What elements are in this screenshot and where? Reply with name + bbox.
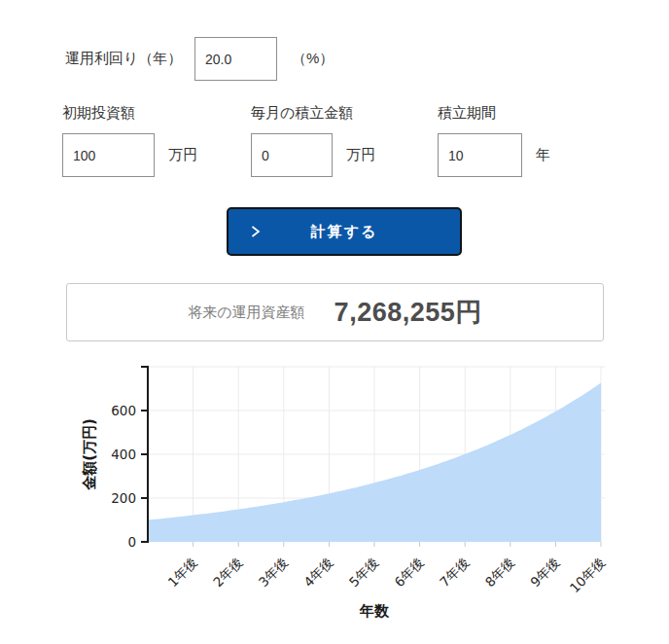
period-unit: 年 — [536, 146, 550, 164]
monthly-contribution-group: 毎月の積立金額 万円 — [251, 104, 375, 177]
monthly-contribution-label: 毎月の積立金額 — [251, 104, 375, 123]
initial-investment-group: 初期投資額 万円 — [62, 104, 197, 177]
svg-text:9年後: 9年後 — [527, 555, 562, 590]
rate-unit: （%） — [292, 50, 334, 68]
result-box: 将来の運用資産額 7,268,255円 — [66, 283, 604, 341]
svg-text:7年後: 7年後 — [437, 555, 472, 590]
svg-text:10年後: 10年後 — [567, 555, 609, 596]
svg-text:600: 600 — [111, 403, 136, 418]
svg-text:金額(万円): 金額(万円) — [81, 418, 98, 491]
calculate-button[interactable]: 計算する — [227, 207, 462, 256]
initial-investment-input[interactable] — [62, 133, 155, 177]
period-input[interactable] — [438, 133, 522, 177]
chart-container: 02004006001年後2年後3年後4年後5年後6年後7年後8年後9年後10年… — [0, 352, 669, 644]
svg-text:2年後: 2年後 — [210, 555, 245, 590]
result-label: 将来の運用資産額 — [188, 304, 304, 322]
monthly-contribution-unit: 万円 — [346, 146, 375, 164]
svg-text:400: 400 — [111, 447, 136, 462]
svg-text:3年後: 3年後 — [255, 555, 290, 590]
svg-text:5年後: 5年後 — [346, 555, 381, 590]
svg-text:0: 0 — [127, 534, 136, 550]
svg-text:1年後: 1年後 — [164, 555, 199, 590]
calculate-button-label: 計算する — [311, 223, 378, 241]
svg-text:8年後: 8年後 — [481, 555, 516, 590]
result-value: 7,268,255円 — [334, 295, 482, 330]
svg-text:4年後: 4年後 — [300, 555, 335, 590]
period-group: 積立期間 年 — [438, 104, 550, 177]
rate-row: 運用利回り（年） （%） — [65, 37, 334, 81]
asset-growth-chart: 02004006001年後2年後3年後4年後5年後6年後7年後8年後9年後10年… — [0, 352, 669, 644]
period-label: 積立期間 — [438, 104, 550, 123]
rate-label: 運用利回り（年） — [65, 50, 194, 68]
svg-text:200: 200 — [111, 490, 136, 506]
chevron-right-icon — [248, 225, 263, 239]
svg-text:6年後: 6年後 — [391, 555, 426, 590]
monthly-contribution-input[interactable] — [251, 133, 333, 177]
svg-text:年数: 年数 — [359, 602, 390, 620]
rate-input[interactable] — [194, 37, 277, 81]
initial-investment-unit: 万円 — [168, 146, 197, 164]
initial-investment-label: 初期投資額 — [62, 104, 197, 123]
